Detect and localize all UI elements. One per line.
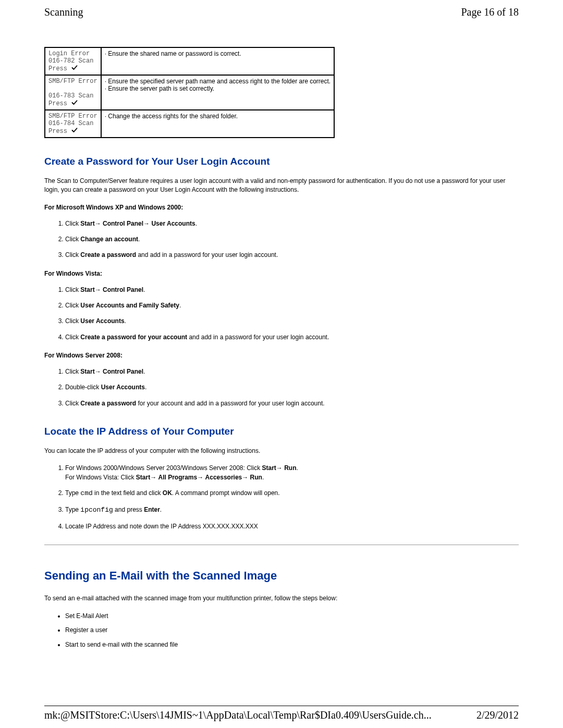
intro-locate-ip: You can locate the IP address of your co… bbox=[44, 447, 519, 455]
list-item: Register a user bbox=[65, 626, 519, 635]
error-desc-cell: · Change the access rights for the share… bbox=[101, 110, 335, 138]
table-row: SMB/FTP Error016-784 ScanPress · Change … bbox=[45, 110, 334, 138]
list-item: Click Start→ Control Panel. bbox=[65, 286, 519, 294]
list-item: Double-click User Accounts. bbox=[65, 383, 519, 392]
table-row: SMB/FTP Error016-783 ScanPress · Ensure … bbox=[45, 75, 334, 110]
heading-locate-ip: Locate the IP Address of Your Computer bbox=[44, 426, 519, 437]
list-item: Set E-Mail Alert bbox=[65, 612, 519, 621]
bullets-sending-email: Set E-Mail AlertRegister a userStart to … bbox=[65, 612, 519, 649]
list-item: Click Change an account. bbox=[65, 235, 519, 244]
check-icon bbox=[71, 65, 78, 72]
error-code-cell: Login Error016-782 ScanPress bbox=[45, 47, 101, 75]
steps-locate-ip: For Windows 2000/Windows Server 2003/Win… bbox=[65, 464, 519, 531]
os-steps: Click Start→ Control Panel→ User Account… bbox=[65, 219, 519, 260]
list-item: Click Create a password and add in a pas… bbox=[65, 251, 519, 260]
check-icon bbox=[71, 128, 78, 135]
os-heading: For Windows Server 2008: bbox=[44, 351, 519, 360]
os-steps: Click Start→ Control Panel.Click User Ac… bbox=[65, 286, 519, 342]
list-item: Click Create a password for your account… bbox=[65, 333, 519, 342]
list-item: Click Create a password for your account… bbox=[65, 399, 519, 408]
header-right: Page 16 of 18 bbox=[461, 6, 519, 18]
section-divider bbox=[44, 545, 519, 545]
list-item: Click User Accounts and Family Safety. bbox=[65, 301, 519, 310]
error-table: Login Error016-782 ScanPress · Ensure th… bbox=[44, 47, 335, 138]
list-item: Start to send e-mail with the scanned fi… bbox=[65, 640, 519, 649]
error-desc-cell: · Ensure the shared name or password is … bbox=[101, 47, 335, 75]
table-row: Login Error016-782 ScanPress · Ensure th… bbox=[45, 47, 334, 75]
intro-sending-email: To send an e-mail attached with the scan… bbox=[44, 594, 519, 603]
error-code-cell: SMB/FTP Error016-783 ScanPress bbox=[45, 75, 101, 110]
list-item: Click Start→ Control Panel→ User Account… bbox=[65, 219, 519, 228]
os-steps: Click Start→ Control Panel.Double-click … bbox=[65, 367, 519, 408]
heading-create-password: Create a Password for Your User Login Ac… bbox=[44, 156, 519, 167]
list-item: Locate IP Address and note down the IP A… bbox=[65, 522, 519, 531]
error-desc-cell: · Ensure the specified server path name … bbox=[101, 75, 335, 110]
list-item: Click User Accounts. bbox=[65, 317, 519, 326]
list-item: Type cmd in the text field and click OK.… bbox=[65, 489, 519, 499]
page-header: Scanning Page 16 of 18 bbox=[44, 6, 519, 18]
heading-sending-email: Sending an E-Mail with the Scanned Image bbox=[44, 569, 519, 583]
os-heading: For Windows Vista: bbox=[44, 269, 519, 278]
list-item: For Windows 2000/Windows Server 2003/Win… bbox=[65, 464, 519, 482]
check-icon bbox=[71, 100, 78, 107]
list-item: Click Start→ Control Panel. bbox=[65, 367, 519, 376]
os-heading: For Microsoft Windows XP and Windows 200… bbox=[44, 203, 519, 212]
header-left: Scanning bbox=[44, 6, 83, 18]
intro-create-password: The Scan to Computer/Server feature requ… bbox=[44, 177, 519, 195]
error-code-cell: SMB/FTP Error016-784 ScanPress bbox=[45, 110, 101, 138]
list-item: Type ipconfig and press Enter. bbox=[65, 505, 519, 515]
